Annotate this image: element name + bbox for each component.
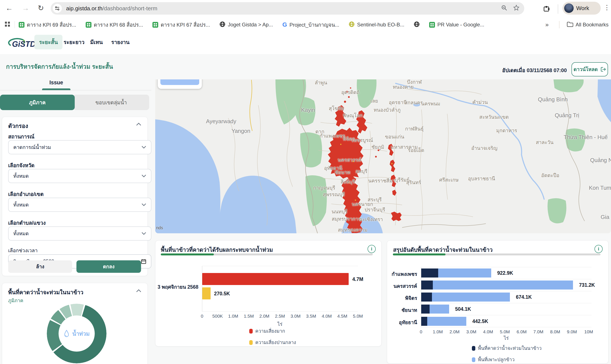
map-label: สกลนคร bbox=[404, 99, 423, 106]
chart-scrollbar-thumb[interactable] bbox=[393, 253, 445, 255]
clear-button[interactable]: ล้าง bbox=[8, 260, 72, 273]
x-tick: 9.0M bbox=[567, 329, 577, 334]
bookmark-globe[interactable] bbox=[414, 21, 420, 28]
map-label: ฉะเชิงเทรา bbox=[359, 215, 383, 223]
map-label: อัตตะปือ bbox=[541, 171, 559, 179]
page-title: การบริหารจัดการภัยแล้ง-น้ำท่วม ระยะสั้น bbox=[6, 62, 113, 71]
map-label: กำแพงเพชร bbox=[319, 132, 345, 140]
x-tick: 6.0M bbox=[517, 329, 527, 334]
ranking-chart-card: สรุปอันดับพื้นที่คาดว่าน้ำจะท่วมในนาข้าว… bbox=[387, 240, 608, 364]
legend-item-high[interactable]: ความเสี่ยงมาก bbox=[249, 327, 296, 335]
menu-kebab-icon[interactable]: ⋮ bbox=[604, 4, 610, 11]
all-bookmarks-button[interactable]: All Bookmarks bbox=[567, 22, 608, 28]
x-tick: 8.0M bbox=[550, 329, 560, 334]
tab-issue[interactable]: Issue bbox=[42, 79, 70, 86]
legend-item-medium[interactable]: ความเสี่ยงปานกลาง bbox=[249, 339, 296, 346]
last-updated: อัปเดตเมื่อ 03/11/2568 07:00 bbox=[468, 66, 567, 75]
x-axis-label: ไร่ bbox=[421, 334, 591, 342]
chevron-down-icon bbox=[142, 203, 146, 206]
bookmark-kpi68[interactable]: ตาราง KPI 68 สื่อปร... bbox=[86, 21, 143, 29]
map-label: หนองคาย bbox=[393, 83, 414, 91]
map-label: ร้อยเอ็ด bbox=[408, 146, 424, 154]
map-label: อำนาจเจริญ bbox=[471, 144, 497, 152]
map-label: นครราชสีมา bbox=[368, 177, 395, 184]
map-label: Ayeyarwady bbox=[206, 118, 236, 125]
x-tick: 3.0M bbox=[290, 313, 300, 319]
nav-methane[interactable]: มีเทน bbox=[90, 38, 103, 46]
info-icon[interactable]: i bbox=[595, 245, 603, 253]
map-label: ศรีสะเกษ bbox=[439, 176, 459, 184]
basemap-control[interactable] bbox=[158, 79, 202, 89]
x-tick: 1.0M bbox=[433, 329, 443, 334]
globe-icon bbox=[414, 21, 420, 28]
legend: พื้นที่คาดว่าน้ำจะท่วมในนาข้าว พื้นที่เพ… bbox=[472, 344, 541, 363]
legend-item-cultivation[interactable]: พื้นที่เพาะปลูกข้าว bbox=[472, 356, 541, 363]
submit-button[interactable]: ตกลง bbox=[77, 260, 141, 273]
back-icon[interactable]: ← bbox=[6, 4, 13, 12]
district-select[interactable]: ทั้งหมด bbox=[8, 198, 151, 212]
nav-report[interactable]: รายงาน bbox=[111, 38, 130, 46]
map-label: Kon Tum bbox=[589, 184, 611, 191]
map-label: ปราจีนบุรี bbox=[364, 206, 385, 214]
flood-map[interactable]: ลำพูนอุตรดิตถ์บึงกาฬหนองคายเลยอุดรธานีสก… bbox=[155, 79, 611, 233]
x-tick: 3.0M bbox=[466, 329, 476, 334]
plot-top-line bbox=[202, 266, 358, 266]
apps-grid-icon[interactable] bbox=[4, 21, 11, 28]
info-icon[interactable]: i bbox=[367, 245, 376, 253]
bookmark-kpi69[interactable]: ตาราง KPI 69 สื่อปร... bbox=[19, 21, 76, 29]
sheets-icon bbox=[152, 22, 158, 28]
x-tick: 1.0M bbox=[228, 313, 238, 319]
province-select[interactable]: ทั้งหมด bbox=[8, 169, 151, 183]
collapse-chevron-icon[interactable] bbox=[136, 289, 142, 293]
bar-medium-risk[interactable] bbox=[202, 287, 211, 299]
collapse-chevron-icon[interactable] bbox=[136, 123, 142, 127]
bar-high-risk[interactable] bbox=[202, 273, 349, 285]
map-label: สะหวันนะเขต bbox=[479, 113, 509, 121]
subdistrict-select[interactable]: ทั้งหมด bbox=[8, 226, 151, 241]
legend: ความเสี่ยงมาก ความเสี่ยงปานกลาง bbox=[249, 327, 296, 346]
bookmark-prvalue[interactable]: PR Value - Google... bbox=[429, 22, 484, 28]
map-label: สุพรรณบุรี bbox=[323, 191, 345, 198]
nav-long-term[interactable]: ระยะยาว bbox=[64, 38, 85, 46]
zoom-out-icon[interactable] bbox=[501, 5, 507, 12]
basemap-thumbnail bbox=[160, 79, 199, 85]
map-label: Quảng Bình bbox=[538, 96, 568, 103]
bookmarks-divider bbox=[559, 21, 559, 28]
chevron-down-icon bbox=[142, 232, 146, 235]
url-path: /dashboard/short-term bbox=[103, 5, 157, 12]
situation-select[interactable]: คาดการณ์น้ำท่วม bbox=[8, 140, 151, 154]
legend-swatch bbox=[472, 357, 475, 362]
filter-card: ตัวกรอง สถานการณ์ คาดการณ์น้ำท่วม เลือกจ… bbox=[2, 117, 148, 276]
subdistrict-label: เลือกตำบล/แขวง bbox=[8, 219, 46, 227]
x-tick: 3.5M bbox=[306, 313, 316, 319]
x-tick: 1.5M bbox=[244, 313, 254, 319]
bookmark-sentinel[interactable]: Sentinel-hub EO-B... bbox=[349, 21, 404, 28]
globe-icon bbox=[220, 21, 225, 28]
map-label: อุดรธานี bbox=[389, 99, 407, 106]
segment-region-button[interactable]: ภูมิภาค bbox=[0, 95, 75, 110]
forward-icon[interactable]: → bbox=[22, 4, 29, 12]
reload-icon[interactable]: ↻ bbox=[38, 4, 44, 12]
map-label: Quảng Trị bbox=[555, 112, 579, 119]
download-button[interactable]: ดาวน์โหลด bbox=[572, 62, 608, 77]
map-label: อุตรดิตถ์ bbox=[341, 88, 360, 96]
legend-item-flood[interactable]: พื้นที่คาดว่าน้ำจะท่วมในนาข้าว bbox=[472, 344, 541, 352]
bar-high-risk-value: 4.7M bbox=[352, 276, 363, 282]
segment-basin-button[interactable]: ขอบเขตลุ่มน้ำ bbox=[73, 95, 149, 110]
map-label: มุกดาหาร bbox=[496, 127, 517, 134]
address-bar[interactable]: aip.gistda.or.th/dashboard/short-term bbox=[51, 2, 524, 15]
profile-name: Work bbox=[576, 5, 589, 12]
bookmark-kpi67[interactable]: ตาราง KPI 67 สื่อปร... bbox=[152, 21, 210, 29]
site-settings-icon[interactable] bbox=[53, 4, 62, 13]
map-label: หนองบัวลำภู bbox=[374, 106, 401, 114]
profile-chip[interactable]: Work bbox=[562, 2, 601, 15]
bookmarks-overflow-icon[interactable]: » bbox=[545, 21, 549, 28]
bookmark-project[interactable]: GProject_บ้านกาญจน... bbox=[282, 21, 339, 29]
x-tick: 0 bbox=[420, 329, 422, 334]
bookmark-star-icon[interactable] bbox=[513, 5, 520, 12]
bookmark-joget[interactable]: Joget Gistda > Ap... bbox=[220, 21, 273, 28]
nav-short-term[interactable]: ระยะสั้น bbox=[34, 35, 63, 49]
app-header: GiSTDA ระยะสั้น ระยะยาว มีเทน รายงาน ไทย… bbox=[0, 32, 611, 54]
chart-scrollbar-thumb[interactable] bbox=[161, 253, 214, 255]
extensions-icon[interactable] bbox=[543, 5, 550, 13]
